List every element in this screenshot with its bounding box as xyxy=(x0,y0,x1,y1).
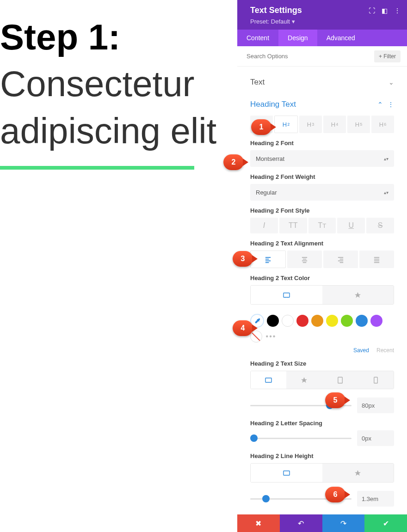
callout-4: 4 xyxy=(233,320,253,336)
device-desktop[interactable] xyxy=(251,371,286,389)
line-device-hover[interactable] xyxy=(322,464,394,482)
swatch-white[interactable] xyxy=(282,315,294,327)
save-button[interactable]: ✔ xyxy=(364,514,407,532)
smallcaps-button[interactable]: TT xyxy=(308,218,336,233)
letter-value[interactable]: 0px xyxy=(357,430,394,446)
line-device-desktop[interactable] xyxy=(251,464,322,482)
swatch-green[interactable] xyxy=(341,315,353,327)
search-input[interactable] xyxy=(244,50,374,62)
font-label: Heading 2 Font xyxy=(250,140,394,147)
heading-rest: Consectetur adipiscing elit xyxy=(0,63,216,151)
recent-tab[interactable]: Recent xyxy=(376,347,394,354)
font-style-row: I TT TT U S xyxy=(250,218,394,233)
heading-h5[interactable]: H5 xyxy=(347,116,370,133)
settings-panel: Text Settings ⛶ ◧ ⋮ Preset: Default ▾ Co… xyxy=(237,0,407,532)
expand-icon[interactable]: ⛶ xyxy=(369,7,375,14)
portability-icon[interactable]: ◧ xyxy=(382,7,388,14)
line-value[interactable]: 1.3em xyxy=(357,491,394,507)
callout-6: 6 xyxy=(325,487,345,502)
close-button[interactable]: ✖ xyxy=(237,514,280,532)
style-label: Heading 2 Font Style xyxy=(250,207,394,214)
content-preview: Step 1: Consectetur adipiscing elit xyxy=(0,0,237,532)
color-swatches: ••• xyxy=(250,314,394,342)
section-heading-text[interactable]: Heading Text ⌃ ⋮ xyxy=(250,93,394,116)
swatch-red[interactable] xyxy=(296,315,308,327)
swatch-orange[interactable] xyxy=(311,315,323,327)
swatch-purple[interactable] xyxy=(370,315,382,327)
device-hover[interactable] xyxy=(286,371,322,389)
align-right[interactable] xyxy=(323,251,358,268)
more-menu-icon[interactable]: ⋮ xyxy=(394,7,401,14)
align-row xyxy=(250,251,394,268)
undo-button[interactable]: ↶ xyxy=(280,514,322,532)
size-device-row xyxy=(250,371,394,389)
color-label: Heading 2 Text Color xyxy=(250,275,394,281)
device-tablet[interactable] xyxy=(322,371,358,389)
tab-design[interactable]: Design xyxy=(278,30,317,46)
font-select[interactable]: Montserrat▴▾ xyxy=(250,150,394,167)
divider-bar xyxy=(0,166,194,170)
letter-slider-row: 0px xyxy=(250,430,394,446)
color-tab-row xyxy=(250,285,394,305)
callout-3: 3 xyxy=(233,251,253,267)
underline-button[interactable]: U xyxy=(337,218,365,233)
size-value[interactable]: 80px xyxy=(357,397,394,413)
callout-1: 1 xyxy=(251,119,271,135)
swatch-none[interactable] xyxy=(250,330,262,342)
saved-tab[interactable]: Saved xyxy=(353,347,369,354)
strikethrough-button[interactable]: S xyxy=(366,218,394,233)
section-text[interactable]: Text ⌄ xyxy=(250,71,394,93)
svg-rect-1 xyxy=(265,378,271,382)
panel-footer: ✖ ↶ ↷ ✔ xyxy=(237,514,407,532)
line-slider-row: 1.3em xyxy=(250,491,394,507)
color-tab-custom[interactable] xyxy=(251,286,322,304)
panel-header: Text Settings ⛶ ◧ ⋮ Preset: Default ▾ Co… xyxy=(237,0,407,46)
callout-5: 5 xyxy=(325,392,345,408)
tab-content[interactable]: Content xyxy=(237,30,278,46)
size-slider-row: 80px xyxy=(250,397,394,413)
uppercase-button[interactable]: TT xyxy=(279,218,307,233)
section-menu-icon[interactable]: ⋮ xyxy=(388,101,394,108)
filter-button[interactable]: + Filter xyxy=(374,50,401,62)
line-device-row xyxy=(250,463,394,483)
swatch-black[interactable] xyxy=(267,315,279,327)
more-swatches[interactable]: ••• xyxy=(265,332,277,341)
settings-tabs: Content Design Advanced xyxy=(237,30,407,46)
tab-advanced[interactable]: Advanced xyxy=(317,30,364,46)
weight-label: Heading 2 Font Weight xyxy=(250,173,394,180)
color-tab-global[interactable] xyxy=(322,286,394,304)
redo-button[interactable]: ↷ xyxy=(322,514,365,532)
align-center[interactable] xyxy=(287,251,322,268)
search-row: + Filter xyxy=(237,46,407,67)
preset-label[interactable]: Preset: Default ▾ xyxy=(237,18,407,30)
saved-recent-row: Saved Recent xyxy=(250,347,394,354)
heading-h6[interactable]: H6 xyxy=(371,116,394,133)
panel-title: Text Settings xyxy=(250,6,369,15)
align-label: Heading 2 Text Alignment xyxy=(250,240,394,247)
letter-slider[interactable] xyxy=(250,438,352,439)
callout-2: 2 xyxy=(223,154,244,170)
svg-rect-4 xyxy=(284,471,290,475)
heading-bold: Step 1: xyxy=(0,17,120,57)
weight-select[interactable]: Regular▴▾ xyxy=(250,184,394,201)
heading-h3[interactable]: H3 xyxy=(299,116,322,133)
align-justify[interactable] xyxy=(359,251,394,268)
chevron-up-icon: ⌃ xyxy=(377,101,383,108)
svg-rect-2 xyxy=(338,377,342,383)
line-label: Heading 2 Line Height xyxy=(250,453,394,459)
swatch-yellow[interactable] xyxy=(326,315,338,327)
svg-rect-0 xyxy=(284,293,290,297)
size-label: Heading 2 Text Size xyxy=(250,360,394,367)
device-phone[interactable] xyxy=(358,371,394,389)
heading-h4[interactable]: H4 xyxy=(323,116,346,133)
letter-label: Heading 2 Letter Spacing xyxy=(250,420,394,427)
swatch-blue[interactable] xyxy=(356,315,368,327)
svg-rect-3 xyxy=(374,377,378,383)
heading-h2[interactable]: H2 xyxy=(274,116,298,133)
italic-button[interactable]: I xyxy=(250,218,278,233)
preview-heading: Step 1: Consectetur adipiscing elit xyxy=(0,14,237,154)
chevron-down-icon: ⌄ xyxy=(388,79,394,86)
